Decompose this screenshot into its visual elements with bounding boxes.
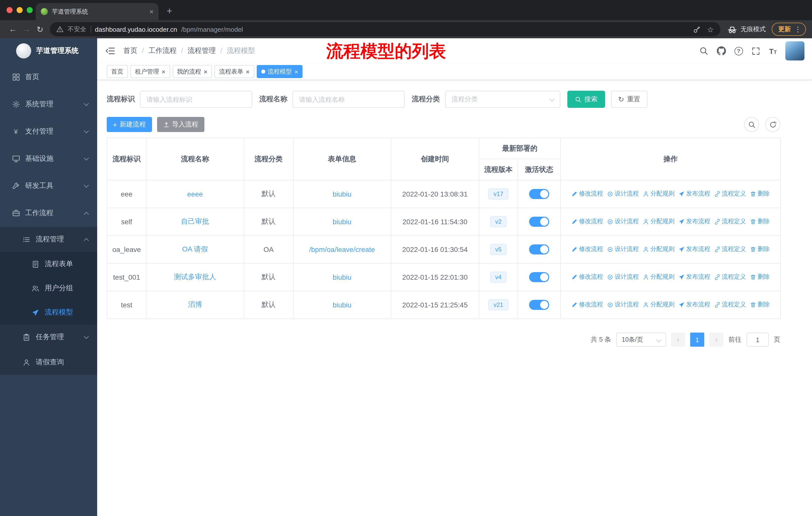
design-flow-link[interactable]: 设计流程 — [607, 190, 639, 198]
sidebar-item-process-form[interactable]: 流程表单 — [0, 252, 97, 276]
modify-flow-link[interactable]: 修改流程 — [571, 217, 603, 226]
publish-flow-link[interactable]: 发布流程 — [678, 245, 710, 254]
delete-flow-link[interactable]: 删除 — [750, 245, 770, 254]
design-flow-link[interactable]: 设计流程 — [607, 301, 639, 309]
form-info-link[interactable]: biubiu — [333, 273, 352, 281]
active-toggle[interactable] — [529, 272, 549, 282]
sidebar-item-process-model[interactable]: 流程模型 — [0, 300, 97, 325]
search-icon[interactable] — [699, 46, 708, 55]
sidebar-item-process-mgmt[interactable]: 流程管理 — [0, 227, 97, 252]
sidebar-fold-icon[interactable] — [105, 46, 115, 56]
delete-flow-link[interactable]: 删除 — [750, 301, 770, 309]
forward-button[interactable]: → — [20, 22, 33, 36]
assign-rule-link[interactable]: 分配规则 — [643, 301, 674, 309]
bookmark-star-icon[interactable]: ☆ — [707, 25, 714, 33]
goto-page-input[interactable] — [747, 332, 769, 347]
refresh-table-button[interactable] — [765, 117, 780, 132]
form-info-link[interactable]: biubiu — [333, 190, 352, 198]
flow-name-link[interactable]: OA 请假 — [182, 245, 208, 253]
tag-my-process[interactable]: 我的流程× — [172, 65, 212, 78]
browser-tab[interactable]: 芋道管理系统 × — [36, 3, 158, 20]
key-icon[interactable] — [693, 25, 700, 33]
address-bar[interactable]: 不安全 dashboard.yudao.iocoder.cn/bpm/manag… — [50, 22, 720, 36]
close-icon[interactable]: × — [294, 68, 298, 75]
delete-flow-link[interactable]: 删除 — [750, 190, 770, 198]
design-flow-link[interactable]: 设计流程 — [607, 273, 639, 281]
sidebar-item-workflow[interactable]: 工作流程 — [0, 199, 97, 227]
sidebar-item-leave-query[interactable]: 请假查询 — [0, 350, 97, 375]
browser-menu-icon[interactable]: ⋮ — [794, 26, 802, 33]
browser-update-button[interactable]: 更新 ⋮ — [772, 23, 806, 36]
minimize-window-button[interactable] — [17, 7, 23, 13]
sidebar-item-task-mgmt[interactable]: 任务管理 — [0, 325, 97, 350]
back-button[interactable]: ← — [6, 22, 20, 36]
delete-flow-link[interactable]: 删除 — [750, 217, 770, 226]
design-flow-link[interactable]: 设计流程 — [607, 245, 639, 254]
breadcrumb-item[interactable]: 流程管理 — [177, 46, 216, 55]
flow-name-link[interactable]: eeee — [187, 190, 203, 198]
sidebar-item-payment[interactable]: ¥ 支付管理 — [0, 118, 97, 145]
modify-flow-link[interactable]: 修改流程 — [571, 190, 603, 198]
flow-id-input[interactable] — [140, 91, 252, 108]
reset-button[interactable]: ↻ 重置 — [611, 91, 647, 108]
breadcrumb-item[interactable]: 工作流程 — [138, 46, 177, 55]
font-size-icon[interactable]: TT — [769, 47, 777, 55]
toggle-search-button[interactable] — [744, 117, 759, 132]
sidebar-item-system[interactable]: 系统管理 — [0, 91, 97, 118]
tag-home[interactable]: 首页 — [107, 65, 128, 78]
tag-process-form[interactable]: 流程表单× — [214, 65, 254, 78]
close-icon[interactable]: × — [204, 68, 207, 75]
flow-definition-link[interactable]: 流程定义 — [714, 245, 746, 254]
close-window-button[interactable] — [6, 7, 12, 13]
active-toggle[interactable] — [529, 300, 549, 310]
form-info-link[interactable]: biubiu — [333, 218, 352, 226]
publish-flow-link[interactable]: 发布流程 — [678, 190, 710, 198]
flow-category-select[interactable]: 流程分类 — [445, 91, 560, 108]
flow-name-link[interactable]: 滔博 — [188, 300, 202, 308]
close-icon[interactable]: × — [162, 68, 165, 75]
sidebar-item-home[interactable]: 首页 — [0, 63, 97, 91]
github-icon[interactable] — [717, 46, 726, 55]
help-icon[interactable]: ? — [734, 47, 743, 55]
assign-rule-link[interactable]: 分配规则 — [643, 273, 674, 281]
search-button[interactable]: 搜索 — [567, 91, 605, 108]
flow-name-link[interactable]: 自己审批 — [181, 217, 209, 225]
breadcrumb-item[interactable]: 首页 — [123, 46, 138, 55]
fullscreen-icon[interactable] — [751, 46, 760, 55]
modify-flow-link[interactable]: 修改流程 — [571, 301, 603, 309]
active-toggle[interactable] — [529, 217, 549, 227]
assign-rule-link[interactable]: 分配规则 — [643, 190, 674, 198]
new-tab-button[interactable]: + — [167, 6, 172, 16]
form-info-link[interactable]: biubiu — [333, 301, 352, 309]
prev-page-button[interactable]: ‹ — [671, 332, 685, 347]
next-page-button[interactable]: › — [709, 332, 723, 347]
flow-name-link[interactable]: 测试多审批人 — [174, 273, 216, 281]
flow-definition-link[interactable]: 流程定义 — [714, 217, 746, 226]
assign-rule-link[interactable]: 分配规则 — [643, 217, 674, 226]
delete-flow-link[interactable]: 删除 — [750, 273, 770, 281]
reload-button[interactable]: ↻ — [33, 22, 47, 36]
sidebar-item-infrastructure[interactable]: 基础设施 — [0, 145, 97, 172]
maximize-window-button[interactable] — [27, 7, 33, 13]
form-info-link[interactable]: /bpm/oa/leave/create — [309, 245, 375, 253]
active-toggle[interactable] — [529, 244, 549, 254]
current-page-button[interactable]: 1 — [690, 332, 704, 347]
publish-flow-link[interactable]: 发布流程 — [678, 301, 710, 309]
page-size-select[interactable]: 10条/页 — [616, 332, 666, 347]
modify-flow-link[interactable]: 修改流程 — [571, 273, 603, 281]
modify-flow-link[interactable]: 修改流程 — [571, 245, 603, 254]
publish-flow-link[interactable]: 发布流程 — [678, 217, 710, 226]
tag-tenant[interactable]: 租户管理× — [130, 65, 170, 78]
flow-name-input[interactable] — [292, 91, 405, 108]
tag-process-model[interactable]: 流程模型× — [257, 65, 303, 78]
assign-rule-link[interactable]: 分配规则 — [643, 245, 674, 254]
create-flow-button[interactable]: + 新建流程 — [107, 117, 152, 132]
user-avatar[interactable] — [785, 41, 805, 60]
active-toggle[interactable] — [529, 189, 549, 199]
close-icon[interactable]: × — [246, 68, 250, 75]
sidebar-item-user-group[interactable]: 用户分组 — [0, 276, 97, 300]
design-flow-link[interactable]: 设计流程 — [607, 217, 639, 226]
publish-flow-link[interactable]: 发布流程 — [678, 273, 710, 281]
flow-definition-link[interactable]: 流程定义 — [714, 273, 746, 281]
flow-definition-link[interactable]: 流程定义 — [714, 301, 746, 309]
